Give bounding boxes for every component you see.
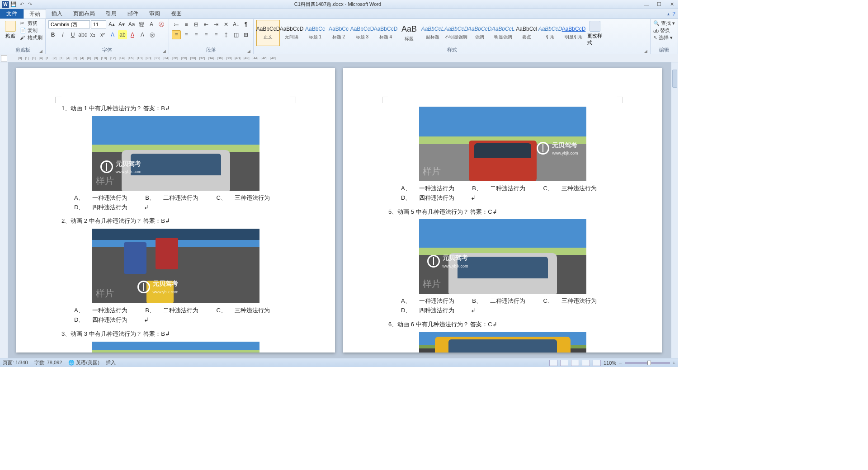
language-indicator[interactable]: 🌐 英语(美国) [68, 359, 99, 366]
redo-icon[interactable]: ↷ [26, 1, 33, 8]
word-count[interactable]: 字数: 78,092 [34, 359, 62, 366]
numbering-button[interactable]: ≡ [182, 20, 191, 29]
style-gallery[interactable]: AaBbCcD正文AaBbCcD无间隔AaBbCc标题 1AaBbCc标题 2A… [256, 20, 585, 46]
highlight-button[interactable]: ab [118, 30, 127, 39]
style-副标题[interactable]: AaBbCcL副标题 [421, 20, 444, 46]
superscript-button[interactable]: x² [98, 30, 107, 39]
align-right-button[interactable]: ≡ [192, 30, 201, 39]
window-title: C1科目四1487题.docx - Microsoft Word [35, 1, 640, 8]
style-标题 4[interactable]: AaBbCcD标题 4 [374, 20, 397, 46]
italic-button[interactable]: I [58, 30, 67, 39]
outline-view-button[interactable] [582, 360, 590, 366]
subscript-button[interactable]: x₂ [88, 30, 97, 39]
style-标题 3[interactable]: AaBbCcD标题 3 [350, 20, 374, 46]
tab-insert[interactable]: 插入 [46, 9, 68, 19]
style-标题 1[interactable]: AaBbCc标题 1 [303, 20, 327, 46]
zoom-slider[interactable] [625, 362, 670, 364]
tab-home[interactable]: 开始 [24, 9, 46, 19]
increase-indent-button[interactable]: ⇥ [212, 20, 221, 29]
style-无间隔[interactable]: AaBbCcD无间隔 [280, 20, 303, 46]
close-button[interactable]: ✕ [665, 0, 678, 9]
page-indicator[interactable]: 页面: 1/340 [3, 359, 28, 366]
styles-dialog-icon[interactable]: ◢ [644, 49, 647, 53]
show-marks-button[interactable]: ¶ [241, 20, 250, 29]
save-icon[interactable]: 💾 [10, 1, 17, 8]
minimize-ribbon-icon[interactable]: ▴ [667, 11, 670, 16]
scrollbar-thumb[interactable] [672, 70, 677, 88]
vertical-ruler[interactable] [0, 62, 8, 358]
strike-button[interactable]: abc [78, 30, 87, 39]
style-不明显强调[interactable]: AaBbCcD不明显强调 [444, 20, 468, 46]
copy-button[interactable]: 📄复制 [20, 27, 42, 34]
style-正文[interactable]: AaBbCcD正文 [256, 20, 280, 46]
style-标题[interactable]: AaB标题 [397, 20, 421, 46]
font-size-combo[interactable]: 11 [91, 20, 106, 28]
insert-mode[interactable]: 插入 [106, 359, 116, 366]
tab-selector[interactable] [1, 55, 7, 61]
decrease-indent-button[interactable]: ⇤ [202, 20, 211, 29]
web-view-button[interactable] [571, 360, 579, 366]
file-tab[interactable]: 文件 [0, 9, 24, 19]
find-button[interactable]: 🔍 查找 ▾ [653, 20, 675, 27]
zoom-out-button[interactable]: − [619, 360, 622, 366]
style-明显引用[interactable]: AaBbCcD明显引用 [562, 20, 585, 46]
style-强调[interactable]: AaBbCcD强调 [468, 20, 491, 46]
vertical-scrollbar[interactable] [671, 62, 678, 358]
title-bar: W 💾 ↶ ↷ C1科目四1487题.docx - Microsoft Word… [0, 0, 678, 9]
style-引用[interactable]: AaBbCcD引用 [538, 20, 562, 46]
style-明显强调[interactable]: AaBbCcL明显强调 [491, 20, 515, 46]
font-color-button[interactable]: A [128, 30, 137, 39]
distribute-button[interactable]: ≡ [212, 30, 221, 39]
format-painter-button[interactable]: 🖌格式刷 [20, 34, 42, 41]
align-left-button[interactable]: ≡ [172, 30, 181, 39]
minimize-button[interactable]: — [640, 0, 653, 9]
tab-references[interactable]: 引用 [100, 9, 122, 19]
horizontal-ruler[interactable]: |8| · |1| · |1| · |4| · |1| · |2| · |1| … [0, 54, 678, 62]
underline-button[interactable]: U [68, 30, 77, 39]
line-spacing-button[interactable]: ‡ [222, 30, 231, 39]
text-effects-button[interactable]: A [108, 30, 117, 39]
cut-button[interactable]: ✂剪切 [20, 20, 42, 27]
change-case-button[interactable]: Aa [127, 20, 136, 29]
select-button[interactable]: ↖ 选择 ▾ [653, 34, 675, 41]
align-center-button[interactable]: ≡ [182, 30, 191, 39]
question-image-2: 元贝驾考www.ybjk.com 样片 [92, 229, 259, 303]
question-image-4: 元贝驾考www.ybjk.com 样片 [419, 107, 586, 181]
char-shading-button[interactable]: A [138, 30, 147, 39]
paragraph-dialog-icon[interactable]: ◢ [247, 49, 250, 53]
tab-view[interactable]: 视图 [165, 9, 187, 19]
zoom-level[interactable]: 110% [604, 360, 616, 366]
enclose-char-button[interactable]: ㊛ [148, 30, 157, 39]
tab-layout[interactable]: 页面布局 [68, 9, 100, 19]
zoom-in-button[interactable]: + [673, 360, 675, 366]
bullets-button[interactable]: ≔ [172, 20, 181, 29]
shading-button[interactable]: ◫ [231, 30, 241, 39]
print-layout-view-button[interactable] [549, 360, 557, 366]
help-icon[interactable]: ? [672, 11, 675, 17]
draft-view-button[interactable] [593, 360, 601, 366]
grow-font-button[interactable]: A▴ [107, 20, 116, 29]
clear-format-button[interactable]: Ⓐ [157, 20, 166, 29]
change-styles-button[interactable]: 更改样式 [587, 20, 603, 46]
multilevel-button[interactable]: ⊟ [192, 20, 201, 29]
style-标题 2[interactable]: AaBbCc标题 2 [327, 20, 350, 46]
justify-button[interactable]: ≡ [202, 30, 211, 39]
tab-review[interactable]: 审阅 [144, 9, 165, 19]
borders-button[interactable]: ⊞ [241, 30, 250, 39]
shrink-font-button[interactable]: A▾ [117, 20, 126, 29]
clipboard-dialog-icon[interactable]: ◢ [39, 49, 42, 53]
asian-layout-button[interactable]: ✕ [222, 20, 231, 29]
tab-mailings[interactable]: 邮件 [122, 9, 144, 19]
font-dialog-icon[interactable]: ◢ [163, 49, 166, 53]
font-name-combo[interactable]: Cambria (西 [48, 20, 90, 28]
bold-button[interactable]: B [48, 30, 57, 39]
paste-button[interactable]: 粘贴 [3, 20, 18, 39]
style-要点[interactable]: AaBbCcI要点 [515, 20, 538, 46]
phonetic-button[interactable]: 變 [137, 20, 146, 29]
maximize-button[interactable]: ☐ [653, 0, 665, 9]
replace-button[interactable]: ab 替换 [653, 27, 675, 34]
undo-icon[interactable]: ↶ [18, 1, 25, 8]
fullscreen-view-button[interactable] [560, 360, 568, 366]
sort-button[interactable]: A↓ [231, 20, 241, 29]
char-border-button[interactable]: A [147, 20, 156, 29]
